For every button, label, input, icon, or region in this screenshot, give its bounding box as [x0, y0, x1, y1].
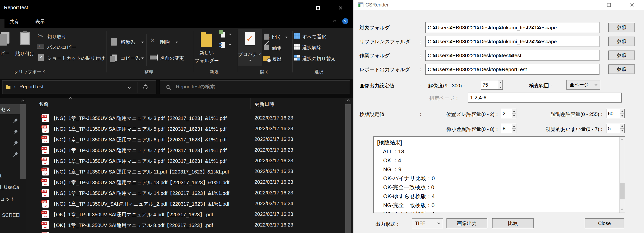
open-dropdown-icon[interactable] [285, 37, 288, 38]
inspection-results-box[interactable]: [検版結果] ALL：13 OK ：4 NG ：9 OK-バイナリ比較：0 OK… [373, 136, 625, 213]
sidebar-item[interactable]: SCREEI [2, 212, 20, 218]
history-button[interactable]: 履歴 [272, 56, 282, 63]
paste-icon[interactable] [20, 32, 30, 45]
position-tolerance-input[interactable] [501, 109, 512, 118]
work-folder-input[interactable] [425, 50, 600, 61]
paste-shortcut-button[interactable]: ショートカットの貼り付け [47, 55, 105, 62]
select-all-button[interactable]: すべて選択 [302, 34, 326, 40]
file-list-scrollbar[interactable] [345, 98, 351, 233]
table-row[interactable]: 【NG】1章_TP-JL350UV SAI運用マニュアル 13.pdf【2203… [27, 177, 345, 188]
scroll-up-icon[interactable] [346, 99, 350, 103]
scrollbar-thumb[interactable] [345, 104, 351, 233]
table-row[interactable]: 【NG】1章_TP-JL350UV SAI運用マニュアル 3.pdf【22031… [27, 113, 345, 123]
scrollbar-thumb[interactable] [20, 104, 26, 179]
scroll-up-icon[interactable] [621, 138, 623, 141]
properties-button[interactable]: プロパティ [238, 29, 262, 66]
reference-folder-input[interactable] [425, 36, 600, 47]
properties-dropdown-icon[interactable] [249, 60, 252, 61]
new-folder-button[interactable]: 新しい [193, 50, 220, 56]
minimize-button[interactable] [579, 0, 594, 10]
visual-ambiguity-stepper[interactable] [606, 124, 624, 133]
visual-ambiguity-input[interactable] [606, 124, 620, 133]
results-scrollbar[interactable] [619, 137, 625, 212]
tab-share[interactable]: 共有 [7, 16, 22, 28]
column-header-name[interactable]: 名前 [38, 101, 48, 108]
table-row[interactable]: 【NG】1章_TP-JL350UV_SAI運用マニュアル_2.pdf【22031… [27, 198, 345, 209]
maximize-button[interactable] [602, 0, 616, 10]
sidebar-item[interactable]: t [0, 173, 2, 179]
spin-up-button[interactable] [620, 109, 624, 114]
table-row[interactable]: 【NG】1章_TP-JL350UV SAI運用マニュアル 11.pdf【2203… [27, 166, 345, 177]
search-box[interactable] [160, 80, 350, 94]
spin-up-button[interactable] [512, 124, 516, 129]
search-input[interactable] [175, 84, 340, 90]
refresh-icon[interactable] [142, 84, 148, 90]
scope-select[interactable]: 全ページ [566, 80, 600, 90]
copy-path-button[interactable]: パスのコピー [47, 44, 76, 51]
resolution-stepper[interactable] [481, 80, 503, 90]
rename-button[interactable]: 名前の変更 [160, 55, 184, 62]
resolution-input[interactable] [481, 80, 498, 89]
sidebar-item-quick-access[interactable]: セス [0, 104, 20, 114]
table-row[interactable]: 【OK】1章_TP-JL350UV SAI運用マニュアル 10.pdf【2203… [27, 230, 345, 233]
delete-button[interactable]: 削除 [160, 39, 170, 46]
open-button[interactable]: 開く [272, 34, 282, 41]
spin-down-button[interactable] [512, 114, 516, 118]
easy-access-dropdown-icon[interactable] [229, 44, 231, 46]
spin-up-button[interactable] [512, 109, 516, 114]
copy-to-button[interactable]: コピー先 [121, 55, 140, 62]
copy-to-dropdown-icon[interactable] [141, 58, 144, 59]
copy-button-label[interactable]: ピー [0, 50, 10, 57]
invert-selection-button[interactable]: 選択の切り替え [302, 56, 336, 62]
browse-button-work[interactable]: 参照 [608, 51, 635, 60]
spin-down-button[interactable] [512, 129, 516, 133]
move-to-button[interactable]: 移動先 [121, 39, 135, 46]
sidebar-item[interactable]: l_UseCa [0, 184, 19, 190]
table-row[interactable]: 【NG】1章_TP-JL350UV SAI運用マニュアル 6.pdf【22031… [27, 134, 345, 145]
pages-input[interactable] [468, 93, 622, 103]
new-item-dropdown-icon[interactable] [229, 34, 231, 35]
compare-button[interactable]: 比較 [492, 218, 534, 228]
tab-view[interactable]: 表示 [33, 16, 47, 28]
clear-selection-button[interactable]: 選択解除 [302, 45, 321, 51]
scroll-up-icon[interactable] [21, 99, 25, 103]
spin-up-button[interactable] [620, 124, 624, 129]
scrollbar-thumb[interactable] [620, 183, 624, 199]
report-output-folder-input[interactable] [425, 64, 600, 75]
scroll-down-icon[interactable] [621, 208, 623, 210]
output-format-select[interactable]: TIFF [412, 218, 443, 228]
table-row[interactable]: 【NG】1章_TP-JL350UV SAI運用マニュアル 9.pdf【22031… [27, 156, 345, 166]
close-button[interactable] [624, 0, 640, 10]
table-row[interactable]: 【OK】1章_TP-JL350UV SAI運用マニュアル 4.pdf【22031… [27, 209, 345, 220]
help-icon[interactable]: ? [342, 18, 348, 24]
target-folder-input[interactable] [425, 22, 600, 33]
sidebar-item[interactable]: ョット [0, 195, 15, 202]
sidebar-scrollbar[interactable] [20, 98, 26, 233]
spin-up-button[interactable] [498, 80, 502, 85]
column-divider[interactable] [250, 98, 250, 109]
paste-button[interactable]: 貼り付け [13, 51, 37, 57]
collapse-ribbon-icon[interactable] [333, 20, 336, 23]
delete-dropdown-icon[interactable] [176, 42, 178, 43]
browse-button-report[interactable]: 参照 [608, 65, 635, 74]
tone-tolerance-input[interactable] [606, 109, 620, 118]
position-tolerance-stepper[interactable] [501, 109, 516, 118]
image-output-button[interactable]: 画像出力 [446, 218, 487, 228]
easy-access-icon[interactable] [221, 42, 225, 48]
spin-down-button[interactable] [620, 129, 624, 133]
column-header-modified[interactable]: 更新日時 [254, 101, 274, 108]
copy-icon[interactable] [1, 32, 10, 44]
new-item-icon[interactable] [221, 32, 225, 38]
maximize-button[interactable] [309, 0, 327, 16]
address-dropdown-icon[interactable] [128, 85, 131, 89]
address-bar[interactable]: › ReportTest [2, 80, 156, 94]
browse-button-reference[interactable]: 参照 [608, 37, 635, 46]
new-folder-button-line2[interactable]: フォルダー [193, 58, 220, 64]
browse-button-target[interactable]: 参照 [608, 23, 635, 32]
spin-down-button[interactable] [498, 85, 502, 90]
spin-down-button[interactable] [620, 114, 624, 118]
table-row[interactable]: 【NG】1章_TP-JL350UV SAI運用マニュアル 14.pdf【2203… [27, 188, 345, 198]
minor-diff-tolerance-stepper[interactable] [501, 124, 516, 133]
new-folder-icon[interactable] [201, 32, 212, 47]
close-dialog-button[interactable]: Close [585, 218, 624, 228]
